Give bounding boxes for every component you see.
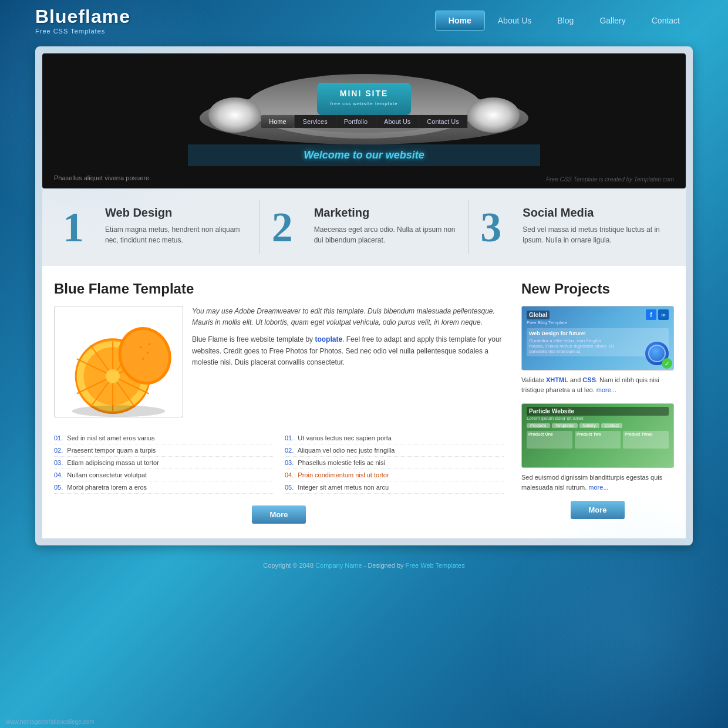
feature-3-number: 3 — [480, 206, 515, 248]
logo-subtitle: Free CSS Templates — [35, 28, 130, 35]
project-image-inner-1: Global f in Free Blog Template — [522, 306, 673, 370]
header: Blueflame Free CSS Templates Home About … — [0, 0, 728, 41]
hero-nav-portfolio[interactable]: Portfolio — [336, 115, 376, 128]
project-more-link-1[interactable]: more... — [596, 386, 616, 393]
main-text-area: You may use Adobe Dreamweaver to edit th… — [54, 306, 504, 423]
feature-2-number: 2 — [272, 206, 307, 248]
section-title: Blue Flame Template — [54, 281, 504, 297]
footer-separator: - Designed by — [364, 562, 406, 569]
list-left: 01. Sed in nisl sit amet eros varius 02.… — [54, 432, 273, 494]
project-card-2: Particle Website Lorem ipsum dolor sit a… — [521, 403, 674, 492]
hero-nav-services[interactable]: Services — [295, 115, 336, 128]
more-button-area: More — [54, 505, 504, 524]
svg-point-18 — [106, 369, 120, 383]
footer-company-link[interactable]: Company Name — [315, 562, 362, 569]
content-area: Blue Flame Template — [42, 266, 686, 538]
feature-3-content: Social Media Sed vel massa id metus tris… — [523, 206, 665, 245]
hero-description: Phasellus aliquet viverra posuere. — [54, 174, 151, 181]
feature-2-content: Marketing Maecenas eget arcu odio. Nulla… — [314, 206, 457, 245]
project-more-link-2[interactable]: more... — [588, 484, 608, 491]
project-card-1: Global f in Free Blog Template — [521, 306, 674, 395]
feature-1-content: Web Design Etiam magna metus, hendrerit … — [105, 206, 248, 245]
feature-3-desc: Sed vel massa id metus tristique luctus … — [523, 224, 665, 245]
svg-rect-2 — [317, 83, 411, 115]
list-item-highlight: 04. Proin condimentum nisl ut tortor — [285, 469, 504, 481]
bottom-url: www.heritagechristiancollege.com — [6, 719, 95, 725]
nav-about[interactable]: About Us — [485, 11, 545, 30]
feature-2-desc: Maecenas eget arcu odio. Nulla at ipsum … — [314, 224, 457, 245]
project-image-2: Particle Website Lorem ipsum dolor sit a… — [521, 403, 674, 468]
xhtml-highlight: XHTML — [546, 376, 568, 383]
main-nav: Home About Us Blog Gallery Contact — [435, 11, 693, 31]
list-item: 03. Etiam adipiscing massa ut tortor — [54, 457, 273, 469]
svg-text:MINI SITE: MINI SITE — [340, 89, 389, 98]
footer-designer-link[interactable]: Free Web Templates — [406, 562, 465, 569]
nav-gallery[interactable]: Gallery — [587, 11, 638, 30]
hero-nav-about[interactable]: About Us — [376, 115, 419, 128]
svg-point-6 — [467, 97, 520, 133]
project-img-title-1: Global — [527, 311, 550, 319]
nav-blog[interactable]: Blog — [544, 11, 587, 30]
project-image-1: Global f in Free Blog Template — [521, 306, 674, 370]
list-item: 03. Phasellus molestie felis ac nisi — [285, 457, 504, 469]
project-desc-2: Sed euismod dignissim blanditturpis eges… — [521, 473, 674, 492]
feature-3: 3 Social Media Sed vel massa id metus tr… — [469, 200, 677, 254]
list-item: 04. Nullam consectetur volutpat — [54, 469, 273, 481]
footer-copyright: Copyright © 2048 — [263, 562, 315, 569]
hero-nav-contact[interactable]: Contact Us — [419, 115, 467, 128]
svg-text:free css website template: free css website template — [330, 101, 397, 106]
project-desc-1: Validate XHTML and CSS. Nam id nibh quis… — [521, 375, 674, 395]
list-item: 05. Integer sit amet metus non arcu — [285, 481, 504, 494]
project-img-subtitle-2: Lorem ipsum dolor sit amet — [527, 416, 669, 421]
feature-1-desc: Etiam magna metus, hendrerit non aliquam… — [105, 224, 248, 245]
features-section: 1 Web Design Etiam magna metus, hendreri… — [42, 188, 686, 266]
more-button[interactable]: More — [252, 505, 305, 524]
feature-1: 1 Web Design Etiam magna metus, hendreri… — [51, 200, 260, 254]
sidebar-title: New Projects — [521, 281, 674, 297]
orange-image — [54, 306, 183, 417]
hero-nav-home[interactable]: Home — [261, 115, 294, 128]
feature-2: 2 Marketing Maecenas eget arcu odio. Nul… — [260, 200, 469, 254]
svg-point-24 — [149, 343, 151, 345]
list-item: 01. Sed in nisl sit amet eros varius — [54, 432, 273, 444]
feature-1-number: 1 — [63, 206, 98, 248]
feature-1-title: Web Design — [105, 206, 248, 220]
main-wrapper: MINI SITE free css website template — [35, 46, 693, 545]
highlight-link[interactable]: tooplate — [315, 335, 342, 343]
car-illustration: MINI SITE free css website template — [42, 53, 686, 147]
logo-title: Blueflame — [35, 6, 130, 28]
left-content: Blue Flame Template — [54, 281, 504, 524]
svg-point-22 — [147, 352, 149, 354]
list-item: 02. Praesent tempor quam a turpis — [54, 444, 273, 457]
list-item: 02. Aliquam vel odio nec justo fringilla — [285, 444, 504, 457]
feature-3-title: Social Media — [523, 206, 665, 220]
nav-contact[interactable]: Contact — [639, 11, 693, 30]
svg-point-25 — [72, 405, 166, 417]
hero-welcome: Welcome to our website — [304, 149, 424, 161]
hero-banner: MINI SITE free css website template — [42, 53, 686, 188]
feature-2-title: Marketing — [314, 206, 457, 220]
project-img-title-2: Particle Website — [527, 407, 669, 416]
sidebar-more-button-area: More — [521, 501, 674, 519]
lists-area: 01. Sed in nisl sit amet eros varius 02.… — [54, 432, 504, 494]
project-image-inner-2: Particle Website Lorem ipsum dolor sit a… — [522, 404, 673, 467]
list-item: 01. Ut varius lectus nec sapien porta — [285, 432, 504, 444]
svg-point-23 — [142, 358, 144, 360]
footer-bar: Copyright © 2048 Company Name - Designed… — [0, 557, 728, 574]
nav-home[interactable]: Home — [435, 11, 485, 31]
svg-point-21 — [140, 346, 142, 348]
list-right: 01. Ut varius lectus nec sapien porta 02… — [285, 432, 504, 494]
list-item: 05. Morbi pharetra lorem a eros — [54, 481, 273, 494]
sidebar-more-button[interactable]: More — [571, 501, 624, 519]
css-highlight: CSS — [582, 376, 596, 383]
svg-point-5 — [208, 97, 261, 133]
logo-area: Blueflame Free CSS Templates — [35, 6, 130, 35]
project-img-subtitle-1: Free Blog Template — [527, 320, 669, 325]
right-sidebar: New Projects Global f in — [521, 281, 674, 524]
